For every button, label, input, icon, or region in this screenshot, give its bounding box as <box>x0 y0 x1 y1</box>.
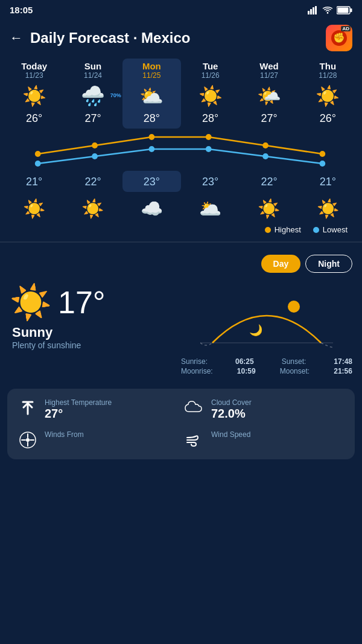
svg-point-32 <box>26 438 30 442</box>
sun-arc: 🌙 <box>200 282 333 355</box>
battery-icon <box>337 6 352 14</box>
night-button[interactable]: Night <box>305 255 352 273</box>
details-card: Highest Temperature 27° Cloud Cover 72.0… <box>7 389 355 459</box>
day-date: 11/24 <box>84 71 102 80</box>
weather-icon: ☀️ <box>198 83 223 109</box>
low-temp-col-0: 21° <box>5 171 63 192</box>
day-date: 11/27 <box>260 71 278 80</box>
header-left: ← Daily Forecast · Mexico <box>10 30 190 46</box>
svg-text:✊: ✊ <box>333 32 345 43</box>
moonset-label: Moonset: <box>280 367 310 375</box>
sunset-label: Sunset: <box>282 357 306 366</box>
low-temp-col-3: 23° <box>181 171 240 192</box>
moonset-val: 21:56 <box>334 367 352 375</box>
status-icons <box>308 6 352 14</box>
forecast-section: Today 11/23 ☀️ 26° Sun 11/24 🌧️ 70% 27° … <box>0 59 362 239</box>
lowest-dot <box>313 227 319 233</box>
sunrise-label: Sunrise: <box>181 357 208 366</box>
day-night-toggle: Day Night <box>10 255 352 273</box>
high-temp: 26° <box>26 112 42 125</box>
sunrise-row: Sunrise: 06:25 Sunset: 17:48 <box>181 357 352 366</box>
header: ← Daily Forecast · Mexico ✊ <box>0 20 362 59</box>
current-desc: Plenty of sunshine <box>10 340 181 350</box>
rain-percent: 70% <box>110 92 121 98</box>
svg-rect-0 <box>308 11 310 14</box>
sun-times: Sunrise: 06:25 Sunset: 17:48 Moonrise: 1… <box>181 357 352 377</box>
section-divider <box>0 241 362 243</box>
day-icons-row: ☀️☀️☁️🌥️☀️☀️ <box>5 194 357 223</box>
current-weather: ☀️ 17° Sunny Plenty of sunshine <box>10 282 352 377</box>
day-icon-3: 🌥️ <box>181 194 240 223</box>
temp-chart <box>10 129 352 171</box>
day-name: Tue <box>203 61 218 71</box>
svg-rect-1 <box>310 9 312 14</box>
high-temp: 28° <box>144 112 160 125</box>
day-name: Thu <box>320 61 337 71</box>
day-icon-0: ☀️ <box>5 194 63 223</box>
svg-rect-2 <box>313 7 314 14</box>
day-col-3[interactable]: Tue 11/26 ☀️ 28° <box>181 59 240 129</box>
moonrise-label: Moonrise: <box>181 367 213 375</box>
forecast-grid: Today 11/23 ☀️ 26° Sun 11/24 🌧️ 70% 27° … <box>5 59 357 129</box>
svg-point-19 <box>206 146 212 152</box>
day-date: 11/23 <box>25 71 43 80</box>
day-icon-2: ☁️ <box>122 194 181 223</box>
day-col-2[interactable]: Mon 11/25 ⛅ 28° <box>122 59 181 129</box>
low-temp-col-1: 22° <box>63 171 122 192</box>
day-col-1[interactable]: Sun 11/24 🌧️ 70% 27° <box>63 59 122 129</box>
cloud-cover-info: Cloud Cover 72.0% <box>211 398 252 421</box>
current-left: ☀️ 17° Sunny Plenty of sunshine <box>10 282 181 350</box>
day-date: 11/26 <box>202 71 220 80</box>
moon-row: Moonrise: 10:59 Moonset: 21:56 <box>181 367 352 375</box>
day-button[interactable]: Day <box>261 255 301 273</box>
high-temp: 27° <box>84 112 101 125</box>
up-arrow-icon <box>17 398 39 418</box>
svg-point-10 <box>35 151 41 157</box>
highest-temp-info: Highest Temperature 27° <box>45 398 112 421</box>
back-button[interactable]: ← <box>10 30 23 46</box>
weather-icon: 🌤️ <box>256 83 282 109</box>
day-col-5[interactable]: Thu 11/28 ☀️ 26° <box>299 59 357 129</box>
svg-rect-7 <box>338 7 349 13</box>
wind-speed-info: Wind Speed <box>211 430 250 439</box>
svg-point-21 <box>320 161 326 167</box>
svg-point-11 <box>92 142 98 148</box>
svg-point-22 <box>288 301 300 313</box>
detail-highest-temp: Highest Temperature 27° <box>17 398 179 421</box>
ad-badge: ✊ <box>326 25 352 51</box>
svg-point-15 <box>320 151 326 157</box>
cloud-cover-label: Cloud Cover <box>211 398 252 407</box>
detail-winds-from: Winds From <box>17 430 179 450</box>
low-temp: 21° <box>26 176 42 188</box>
temp-row: ☀️ 17° <box>10 282 181 322</box>
low-temp: 22° <box>84 176 101 188</box>
current-weather-icon: ☀️ <box>10 282 52 322</box>
low-temp: 23° <box>144 176 160 188</box>
signal-icon <box>308 6 319 14</box>
day-col-0[interactable]: Today 11/23 ☀️ 26° <box>5 59 63 129</box>
weather-icon: ☀️ <box>315 83 340 109</box>
day-col-4[interactable]: Wed 11/27 🌤️ 27° <box>240 59 298 129</box>
sun-arc-svg: 🌙 <box>200 282 333 355</box>
cloud-icon <box>183 398 205 415</box>
low-temp-col-5: 21° <box>299 171 357 192</box>
svg-point-13 <box>206 134 212 140</box>
day-name: Wed <box>259 61 278 71</box>
status-bar: 18:05 <box>0 0 362 20</box>
weather-icon: ☀️ <box>22 83 47 109</box>
high-temp: 28° <box>202 112 218 125</box>
svg-point-20 <box>262 153 268 159</box>
low-temp: 23° <box>202 176 218 188</box>
svg-point-14 <box>262 142 268 148</box>
sunset-val: 17:48 <box>334 357 352 366</box>
svg-point-17 <box>92 153 98 159</box>
highest-temp-label: Highest Temperature <box>45 398 112 407</box>
legend-highest: Highest <box>265 225 301 234</box>
day-icon-1: ☀️ <box>63 194 122 223</box>
day-name: Today <box>21 61 47 71</box>
page-title: Daily Forecast · Mexico <box>30 30 190 46</box>
cloud-cover-val: 72.0% <box>211 407 252 421</box>
highest-label: Highest <box>275 225 301 234</box>
low-temp-grid: 21°22°23°23°22°21° <box>5 171 357 192</box>
legend: Highest Lowest <box>5 223 357 239</box>
